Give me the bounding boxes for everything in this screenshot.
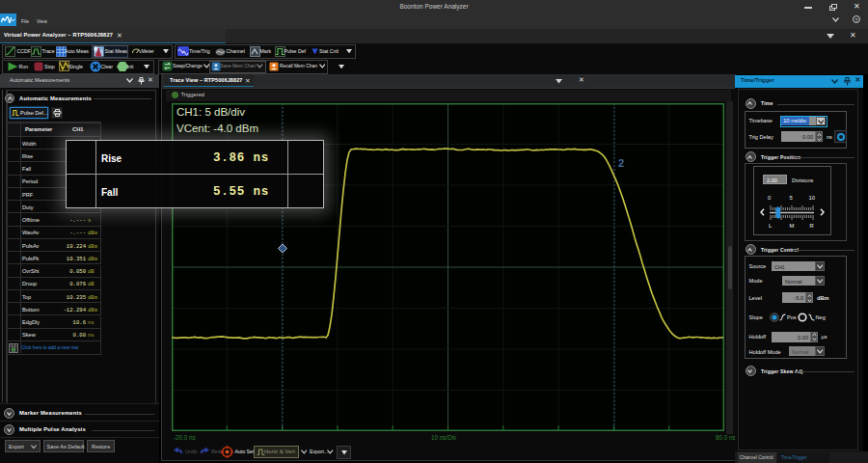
svg-text:2: 2 — [618, 157, 624, 169]
